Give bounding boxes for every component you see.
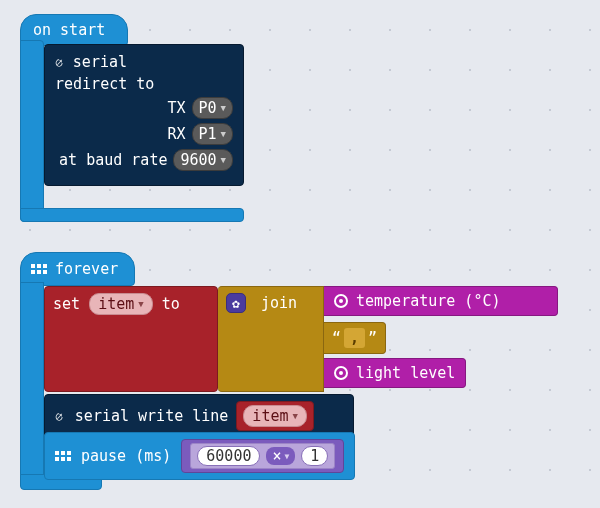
variable-dropdown[interactable]: item ▼ — [89, 293, 153, 315]
serial-baud-row: at baud rate 9600 ▼ — [55, 149, 233, 171]
usb-icon — [55, 55, 63, 70]
baud-value: 9600 — [180, 151, 216, 169]
baud-label: at baud rate — [59, 151, 167, 169]
serial-redirect-label: redirect to — [55, 75, 154, 93]
forever-label: forever — [55, 260, 118, 278]
chevron-down-icon: ▼ — [285, 452, 290, 461]
set-prefix: set — [53, 295, 80, 313]
rx-value: P1 — [199, 125, 217, 143]
swl-var-name: item — [252, 407, 288, 425]
pause-label: pause (ms) — [81, 447, 171, 465]
swl-label: serial write line — [75, 407, 229, 425]
chevron-down-icon: ▼ — [292, 411, 297, 421]
string-literal-slot[interactable]: “ , ” — [324, 322, 386, 354]
math-inner: 60000 × ▼ 1 — [190, 443, 335, 469]
rx-dropdown[interactable]: P1 ▼ — [192, 123, 233, 145]
pause-block[interactable]: pause (ms) 60000 × ▼ 1 — [44, 432, 355, 480]
operator-value: × — [272, 447, 281, 465]
join-label: join — [261, 294, 297, 312]
serial-redirect-block[interactable]: serial redirect to TX P0 ▼ RX P1 ▼ at ba… — [44, 44, 244, 186]
quote-open: “ — [332, 329, 341, 347]
tx-dropdown[interactable]: P0 ▼ — [192, 97, 233, 119]
grid-icon — [31, 264, 47, 274]
right-operand-input[interactable]: 1 — [301, 446, 328, 466]
usb-icon — [55, 409, 63, 424]
onstart-cbottom — [20, 208, 244, 222]
baud-dropdown[interactable]: 9600 ▼ — [173, 149, 233, 171]
sensor-icon — [334, 294, 348, 308]
chevron-down-icon: ▼ — [221, 155, 226, 165]
tx-label: TX — [167, 99, 185, 117]
temperature-label: temperature (°C) — [356, 292, 501, 310]
variable-reporter[interactable]: item ▼ — [236, 401, 314, 431]
serial-rx-row: RX P1 ▼ — [55, 123, 233, 145]
quote-close: ” — [368, 329, 377, 347]
forever-cbody — [20, 282, 44, 478]
forever-hat[interactable]: forever — [20, 252, 135, 286]
chevron-down-icon: ▼ — [221, 103, 226, 113]
temperature-reporter[interactable]: temperature (°C) — [324, 286, 558, 316]
serial-header: serial — [73, 53, 127, 71]
chevron-down-icon: ▼ — [221, 129, 226, 139]
set-var-name: item — [98, 295, 134, 313]
gear-icon[interactable]: ✿ — [226, 293, 246, 313]
math-multiply-reporter[interactable]: 60000 × ▼ 1 — [181, 439, 344, 473]
sensor-icon — [334, 366, 348, 380]
serial-redirect-row: redirect to — [55, 75, 233, 93]
onstart-label: on start — [33, 21, 105, 39]
chevron-down-icon: ▼ — [138, 299, 143, 309]
rx-label: RX — [167, 125, 185, 143]
serial-tx-row: TX P0 ▼ — [55, 97, 233, 119]
onstart-cbody — [20, 40, 44, 222]
left-operand-input[interactable]: 60000 — [197, 446, 260, 466]
grid-icon — [55, 451, 71, 461]
set-to: to — [162, 295, 180, 313]
operator-dropdown[interactable]: × ▼ — [266, 447, 295, 465]
join-block[interactable]: ✿ join — [218, 286, 324, 392]
variable-dropdown[interactable]: item ▼ — [243, 405, 307, 427]
serial-header-row: serial — [55, 53, 233, 71]
tx-value: P0 — [199, 99, 217, 117]
light-label: light level — [356, 364, 455, 382]
set-variable-block[interactable]: set item ▼ to — [44, 286, 218, 392]
string-value: , — [344, 328, 365, 348]
light-level-reporter[interactable]: light level — [324, 358, 466, 388]
